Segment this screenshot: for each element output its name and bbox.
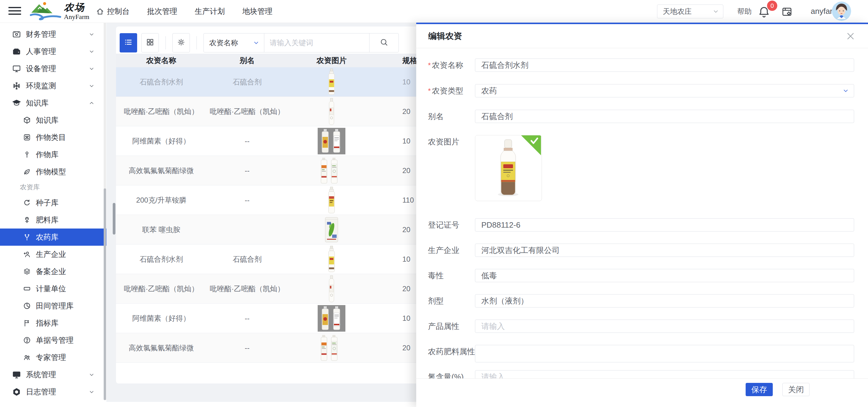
- field-input-剂型[interactable]: [475, 294, 854, 308]
- avatar[interactable]: [832, 1, 851, 21]
- cell-name: 石硫合剂水剂: [116, 77, 207, 87]
- sidebar-item-指标库[interactable]: 指标库: [0, 314, 106, 332]
- field-label: 氮含量(%): [428, 370, 475, 378]
- sidebar-item-系统管理[interactable]: 系统管理: [0, 366, 106, 383]
- sidebar-item-label: 专家管理: [36, 352, 106, 363]
- list-view-button[interactable]: [120, 33, 137, 53]
- grid-view-button[interactable]: [141, 33, 159, 53]
- sidebar-item-种子库[interactable]: 种子库: [0, 194, 106, 211]
- sidebar-item-作物模型[interactable]: 作物模型: [0, 163, 106, 180]
- cell-image: [288, 246, 375, 273]
- sidebar-item-人事管理[interactable]: 人事管理: [0, 43, 106, 60]
- nav-item-label: 生产计划: [195, 6, 225, 16]
- nav-item-4[interactable]: 地块管理: [242, 6, 273, 16]
- search-button[interactable]: [369, 33, 398, 52]
- list-view-icon: [124, 38, 133, 48]
- cell-image: [288, 334, 375, 362]
- field-input-毒性[interactable]: [475, 269, 854, 282]
- search-input[interactable]: [264, 33, 369, 52]
- sidebar-item-田间管理库[interactable]: 田间管理库: [0, 297, 106, 314]
- material-image-upload[interactable]: [475, 135, 542, 201]
- brand-cn: 农场: [64, 2, 89, 12]
- field-label: 登记证号: [428, 218, 475, 231]
- cell-alias: --: [207, 196, 288, 205]
- field-label: *农资名称: [428, 59, 475, 72]
- sidebar-item-作物类目[interactable]: 作物类目: [0, 129, 106, 146]
- sidebar-scrollbar-thumb[interactable]: [104, 188, 106, 400]
- field-label: 剂型: [428, 294, 475, 308]
- chevron-down-icon: [88, 83, 95, 89]
- home-icon: [96, 7, 104, 16]
- sidebar-item-生产企业[interactable]: 生产企业: [0, 246, 106, 263]
- form-row-农药肥料属性: 农药肥料属性: [428, 345, 854, 363]
- field-select-农资类型[interactable]: [475, 84, 854, 97]
- workbench-settings-icon[interactable]: [781, 6, 793, 18]
- cell-image: [288, 98, 375, 125]
- leaf-icon: [23, 168, 31, 176]
- sidebar-item-知识库[interactable]: 知识库: [0, 112, 106, 129]
- cell-name: 高效氯氟氰菊酯绿微: [116, 343, 207, 353]
- form-row-剂型: 剂型: [428, 294, 854, 308]
- sidebar-item-作物库[interactable]: 作物库: [0, 146, 106, 163]
- field-input-生产企业[interactable]: [475, 244, 854, 257]
- field-input-农资名称[interactable]: [475, 59, 854, 72]
- sidebar-item-单据号管理[interactable]: 单据号管理: [0, 332, 106, 349]
- field-input-氮含量(%)[interactable]: [475, 370, 854, 378]
- sidebar-item-计量单位[interactable]: 计量单位: [0, 280, 106, 297]
- sidebar-item-label: 作物类目: [36, 132, 106, 142]
- farm-select[interactable]: 天地农庄: [657, 4, 723, 19]
- sidebar-item-备案企业[interactable]: 备案企业: [0, 263, 106, 280]
- sidebar-item-专家管理[interactable]: 专家管理: [0, 349, 106, 366]
- sidebar-item-环境监测[interactable]: 环境监测: [0, 77, 106, 94]
- field-input-农药肥料属性[interactable]: [475, 345, 854, 363]
- sidebar-item-农药库[interactable]: 农药库: [0, 228, 106, 246]
- product-thumbnail: [318, 157, 345, 184]
- product-thumbnail: [327, 275, 337, 302]
- nav-item-label: 批次管理: [147, 6, 177, 16]
- cell-image: [288, 216, 375, 243]
- sidebar-item-知识库[interactable]: 知识库: [0, 94, 106, 112]
- cell-name: 200克/升草铵膦: [116, 195, 207, 205]
- sidebar-item-label: 作物模型: [36, 167, 106, 177]
- cell-name: 阿维菌素（好得）: [116, 136, 207, 146]
- sidebar-item-label: 计量单位: [36, 284, 106, 294]
- cell-name: 高效氯氟氰菊酯绿微: [116, 166, 207, 176]
- notification-badge: 0: [767, 1, 777, 11]
- content-scrollbar-thumb[interactable]: [113, 203, 116, 234]
- menu-toggle-icon[interactable]: [8, 7, 21, 16]
- help-link[interactable]: 帮助: [737, 0, 752, 23]
- nav-item-3[interactable]: 生产计划: [195, 6, 225, 16]
- brand-text: 农场 AnyFarm: [64, 2, 89, 20]
- search-group: 农资名称: [204, 33, 399, 53]
- cell-image: [288, 157, 375, 184]
- sidebar-item-财务管理[interactable]: 财务管理: [0, 26, 106, 43]
- sidebar-item-设备管理[interactable]: 设备管理: [0, 60, 106, 77]
- drawer-footer: 保存 关闭: [416, 378, 868, 407]
- flag-icon: [23, 319, 31, 327]
- cell-image: [288, 305, 375, 332]
- sidebar-item-label: 种子库: [36, 198, 106, 208]
- column-settings-button[interactable]: [173, 33, 190, 53]
- field-label: *农资类型: [428, 84, 475, 98]
- field-input-产品属性[interactable]: [475, 320, 854, 333]
- product-thumbnail: [326, 187, 337, 214]
- close-button[interactable]: 关闭: [782, 383, 809, 396]
- chevron-down-icon: [88, 31, 95, 38]
- field-input-别名[interactable]: [475, 110, 854, 123]
- nav-item-2[interactable]: 批次管理: [147, 6, 177, 16]
- required-asterisk: *: [428, 87, 431, 95]
- monitorfill-icon: [12, 370, 21, 379]
- sidebar-item-label: 农药库: [36, 232, 106, 242]
- save-button[interactable]: 保存: [746, 383, 773, 396]
- sidebar-item-肥料库[interactable]: 肥料库: [0, 211, 106, 228]
- form-row-生产企业: 生产企业: [428, 244, 854, 257]
- chevron-down-icon: [88, 48, 95, 55]
- cell-name: 阿维菌素（好得）: [116, 314, 207, 323]
- nav-item-1[interactable]: 控制台: [96, 6, 130, 16]
- search-category-select[interactable]: 农资名称: [204, 33, 264, 52]
- product-thumbnail: [318, 334, 345, 362]
- sidebar-item-日志管理[interactable]: 日志管理: [0, 383, 106, 400]
- close-icon[interactable]: [845, 31, 856, 41]
- field-input-登记证号[interactable]: [475, 218, 854, 231]
- dice-icon: [23, 133, 31, 142]
